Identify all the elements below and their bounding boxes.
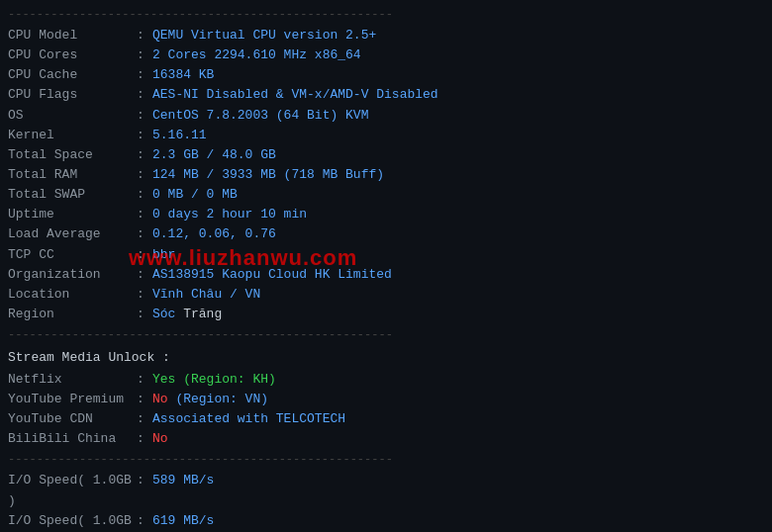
bilibili-row: BiliBili China : No bbox=[8, 429, 764, 449]
cpu-cache-value: 16384 KB bbox=[152, 65, 764, 85]
region-row: Region : Sóc Trăng bbox=[8, 305, 764, 324]
io1-row: I/O Speed( 1.0GB ) : 589 MB/s bbox=[8, 471, 764, 510]
load-average-value: 0.12, 0.06, 0.76 bbox=[152, 224, 764, 244]
tcp-cc-value: bbr bbox=[152, 245, 764, 265]
youtube-cdn-row: YouTube CDN : Associated with TELCOTECH bbox=[8, 409, 764, 429]
io2-label: I/O Speed( 1.0GB ) bbox=[8, 511, 137, 532]
total-swap-label: Total SWAP bbox=[8, 185, 137, 205]
divider-top: ----------------------------------------… bbox=[8, 8, 764, 22]
uptime-row: Uptime : 0 days 2 hour 10 min bbox=[8, 205, 764, 224]
location-row: Location : Vĩnh Châu / VN bbox=[8, 285, 764, 305]
divider-media: ----------------------------------------… bbox=[8, 328, 764, 342]
netflix-value: Yes (Region: KH) bbox=[152, 370, 764, 390]
cpu-cache-label: CPU Cache bbox=[8, 65, 137, 85]
total-ram-label: Total RAM bbox=[8, 165, 137, 185]
youtube-cdn-label: YouTube CDN bbox=[8, 409, 137, 429]
region-value: Sóc Trăng bbox=[152, 305, 764, 324]
kernel-row: Kernel : 5.16.11 bbox=[8, 126, 764, 145]
bilibili-label: BiliBili China bbox=[8, 429, 137, 449]
io1-label: I/O Speed( 1.0GB ) bbox=[8, 471, 137, 510]
total-ram-value: 124 MB / 3933 MB (718 MB Buff) bbox=[152, 165, 764, 185]
cpu-model-row: CPU Model : QEMU Virtual CPU version 2.5… bbox=[8, 26, 764, 45]
os-row: OS : CentOS 7.8.2003 (64 Bit) KVM bbox=[8, 106, 764, 126]
organization-row: Organization : AS138915 Kaopu Cloud HK L… bbox=[8, 265, 764, 285]
kernel-label: Kernel bbox=[8, 126, 137, 145]
cpu-model-label: CPU Model bbox=[8, 26, 137, 45]
tcp-cc-row: TCP CC : bbr bbox=[8, 245, 764, 265]
total-swap-row: Total SWAP : 0 MB / 0 MB bbox=[8, 185, 764, 205]
stream-media-title: Stream Media Unlock : bbox=[8, 348, 170, 369]
total-space-label: Total Space bbox=[8, 145, 137, 165]
os-label: OS bbox=[8, 106, 137, 126]
youtube-premium-label: YouTube Premium bbox=[8, 390, 137, 409]
netflix-label: Netflix bbox=[8, 370, 137, 390]
stream-media-title-row: Stream Media Unlock : bbox=[8, 346, 764, 370]
terminal-container: ----------------------------------------… bbox=[8, 8, 764, 532]
region-label: Region bbox=[8, 305, 137, 324]
io2-value: 619 MB/s bbox=[152, 511, 764, 532]
io2-row: I/O Speed( 1.0GB ) : 619 MB/s bbox=[8, 511, 764, 532]
cpu-flags-label: CPU Flags bbox=[8, 85, 137, 105]
youtube-cdn-value: Associated with TELCOTECH bbox=[152, 409, 764, 429]
cpu-cores-label: CPU Cores bbox=[8, 45, 137, 65]
organization-value: AS138915 Kaopu Cloud HK Limited bbox=[152, 265, 764, 285]
location-label: Location bbox=[8, 285, 137, 305]
os-value: CentOS 7.8.2003 (64 Bit) KVM bbox=[152, 106, 764, 126]
load-average-row: Load Average : 0.12, 0.06, 0.76 bbox=[8, 224, 764, 244]
tcp-cc-label: TCP CC bbox=[8, 245, 137, 265]
kernel-value: 5.16.11 bbox=[152, 126, 764, 145]
cpu-model-value: QEMU Virtual CPU version 2.5+ bbox=[152, 26, 764, 45]
total-space-value: 2.3 GB / 48.0 GB bbox=[152, 145, 764, 165]
divider-io: ----------------------------------------… bbox=[8, 453, 764, 467]
netflix-row: Netflix : Yes (Region: KH) bbox=[8, 370, 764, 390]
organization-label: Organization bbox=[8, 265, 137, 285]
youtube-premium-row: YouTube Premium : No (Region: VN) bbox=[8, 390, 764, 409]
bilibili-value: No bbox=[152, 429, 764, 449]
io1-value: 589 MB/s bbox=[152, 471, 764, 510]
cpu-cores-row: CPU Cores : 2 Cores 2294.610 MHz x86_64 bbox=[8, 45, 764, 65]
cpu-flags-value: AES-NI Disabled & VM-x/AMD-V Disabled bbox=[152, 85, 764, 105]
load-average-label: Load Average bbox=[8, 224, 137, 244]
total-ram-row: Total RAM : 124 MB / 3933 MB (718 MB Buf… bbox=[8, 165, 764, 185]
cpu-cores-value: 2 Cores 2294.610 MHz x86_64 bbox=[152, 45, 764, 65]
cpu-flags-row: CPU Flags : AES-NI Disabled & VM-x/AMD-V… bbox=[8, 85, 764, 105]
total-swap-value: 0 MB / 0 MB bbox=[152, 185, 764, 205]
uptime-value: 0 days 2 hour 10 min bbox=[152, 205, 764, 224]
location-value: Vĩnh Châu / VN bbox=[152, 285, 764, 305]
total-space-row: Total Space : 2.3 GB / 48.0 GB bbox=[8, 145, 764, 165]
youtube-premium-value: No (Region: VN) bbox=[152, 390, 764, 409]
cpu-cache-row: CPU Cache : 16384 KB bbox=[8, 65, 764, 85]
uptime-label: Uptime bbox=[8, 205, 137, 224]
